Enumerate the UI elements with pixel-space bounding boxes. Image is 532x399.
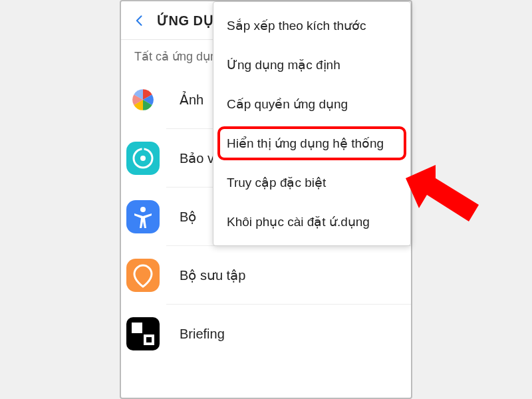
menu-item-show-system[interactable]: Hiển thị ứng dụng hệ thống — [213, 124, 410, 163]
app-label: Bộ sưu tập — [180, 267, 245, 283]
accessibility-icon — [126, 200, 160, 233]
svg-rect-2 — [142, 147, 144, 152]
app-label: Bộ — [180, 209, 196, 225]
svg-rect-7 — [146, 337, 152, 342]
menu-item-label: Khôi phục cài đặt ứ.dụng — [227, 215, 370, 229]
filter-label: Tất cả ứng dụng — [134, 50, 223, 63]
gallery-icon — [126, 259, 160, 292]
svg-point-3 — [140, 207, 146, 212]
briefing-icon — [126, 317, 160, 350]
photos-icon — [126, 83, 160, 116]
list-item[interactable]: Bộ sưu tập — [166, 246, 411, 305]
menu-item-label: Sắp xếp theo kích thước — [227, 19, 366, 33]
menu-item-special-access[interactable]: Truy cập đặc biệt — [213, 163, 410, 202]
protect-icon — [126, 142, 160, 175]
svg-marker-8 — [406, 165, 479, 221]
back-icon[interactable] — [132, 13, 148, 29]
menu-item-sort-size[interactable]: Sắp xếp theo kích thước — [213, 6, 410, 45]
app-label: Briefing — [180, 327, 225, 342]
menu-item-permissions[interactable]: Cấp quyền ứng dụng — [213, 84, 410, 124]
list-item[interactable]: Briefing — [166, 305, 411, 363]
menu-item-label: Cấp quyền ứng dụng — [227, 97, 348, 111]
menu-item-default-apps[interactable]: Ứng dụng mặc định — [213, 45, 410, 84]
svg-point-1 — [140, 156, 146, 161]
overflow-menu: Sắp xếp theo kích thước Ứng dụng mặc địn… — [213, 1, 411, 246]
menu-item-label: Truy cập đặc biệt — [227, 176, 326, 190]
menu-item-label: Ứng dụng mặc định — [227, 58, 340, 72]
menu-item-reset-prefs[interactable]: Khôi phục cài đặt ứ.dụng — [213, 202, 410, 241]
app-label: Ảnh — [180, 92, 203, 108]
menu-item-label: Hiển thị ứng dụng hệ thống — [227, 136, 384, 150]
svg-rect-5 — [132, 323, 142, 333]
arrow-annotation — [406, 165, 485, 231]
